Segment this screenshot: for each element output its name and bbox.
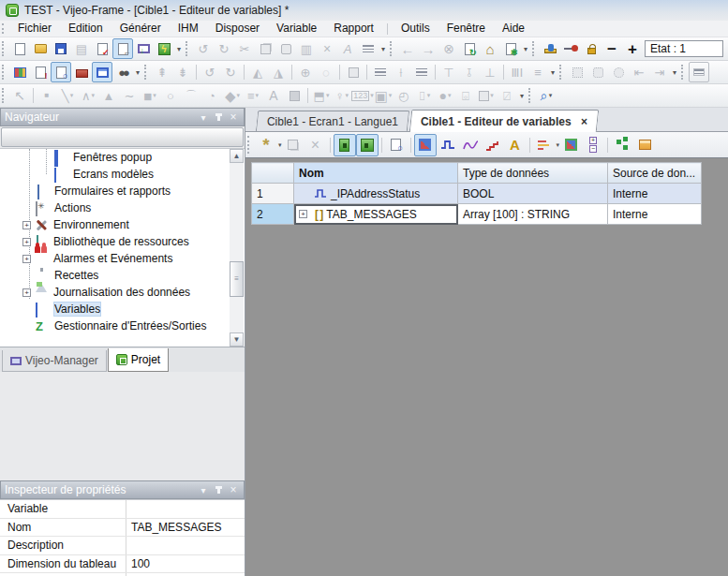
etat-field[interactable]: Etat : 1 <box>645 40 723 57</box>
toolbar3-grip[interactable] <box>2 88 7 104</box>
column-header-nom[interactable]: Nom <box>294 163 458 184</box>
tree-item-alarmes[interactable]: + Alarmes et Evénements <box>0 250 245 267</box>
tree-item-fenetres-popup[interactable]: Fenêtres popup <box>0 149 245 166</box>
tree-item-gestionnaire-io[interactable]: Z Gestionnaire d'Entrées/Sorties <box>0 318 245 334</box>
scroll-up-button[interactable]: ▲ <box>230 149 244 163</box>
navigator-menu-button[interactable]: ▾ <box>197 111 210 124</box>
tree-item-environnement[interactable]: + Environnement <box>0 216 245 233</box>
anim-3-button[interactable] <box>608 62 629 82</box>
lines-button[interactable]: ≡▾ <box>243 85 263 106</box>
menu-outils[interactable]: Outils <box>393 21 438 37</box>
dial-tool-button[interactable]: ●▾ <box>435 85 455 106</box>
resize-button[interactable] <box>343 62 364 82</box>
lower-layer-button[interactable]: ⇟ <box>172 62 193 82</box>
filter-bool-button[interactable] <box>437 134 459 156</box>
polygon-button[interactable]: ▲ <box>98 85 119 106</box>
preview-button[interactable]: ○ <box>385 134 408 156</box>
tree-scrollbar[interactable]: ▲ ≡ ▼ <box>230 149 244 347</box>
group-button[interactable]: ⊕ <box>295 62 316 82</box>
zoom-out-button[interactable]: − <box>602 38 622 59</box>
toolbar1-overflow-3[interactable]: ▾ <box>521 45 530 53</box>
inspector-close-button[interactable]: × <box>227 483 240 496</box>
menu-disposer[interactable]: Disposer <box>207 21 268 37</box>
scroll-down-button[interactable]: ▼ <box>230 332 244 347</box>
arc-button[interactable]: ⌒ <box>181 85 201 106</box>
column-header-type[interactable]: Type de données <box>458 163 608 184</box>
anim-5-button[interactable]: ⇥ <box>649 62 670 82</box>
numeric-display-button[interactable]: 123▾ <box>352 85 373 106</box>
expand-icon[interactable]: + <box>22 238 31 246</box>
toolbar1-overflow-2[interactable]: ▾ <box>379 45 388 53</box>
star-shape-button[interactable]: ◆▾ <box>222 85 243 106</box>
menu-aide[interactable]: Aide <box>494 21 533 37</box>
align-middle-button[interactable]: ⫱ <box>459 62 480 82</box>
ungroup-button[interactable]: ◌ <box>316 62 336 82</box>
tree-item-journalisation[interactable]: + Journalisation des données <box>0 284 245 301</box>
toolbar2-overflow[interactable]: ▾ <box>133 68 142 77</box>
toolbar1-grip[interactable] <box>2 41 7 57</box>
menu-fichier[interactable]: Fichier <box>9 21 60 37</box>
expand-collapse-button[interactable]: +− <box>582 134 604 156</box>
menu-ihm[interactable]: IHM <box>170 21 207 37</box>
brick-button[interactable] <box>71 62 92 82</box>
new-screen-button[interactable]: ✱ <box>500 38 521 59</box>
add-block-button[interactable] <box>559 134 582 156</box>
find-button[interactable]: ●● <box>112 62 133 82</box>
touch-tool-button[interactable] <box>540 38 560 59</box>
toolbar2-grip[interactable] <box>2 65 7 81</box>
filter-analog-button[interactable] <box>459 134 482 156</box>
forward-button[interactable]: → <box>418 38 438 59</box>
variable-source-cell[interactable]: Interne <box>608 204 702 225</box>
duplicate-variable-button[interactable] <box>282 134 305 156</box>
cut-button[interactable]: ✂ <box>234 38 255 59</box>
print-preview-button[interactable]: ○ <box>51 62 71 82</box>
toolbar1-overflow[interactable]: ▾ <box>174 45 184 53</box>
back-button[interactable]: ← <box>397 38 418 59</box>
toolbar1-grip-4[interactable] <box>532 41 537 57</box>
rotate-right-button[interactable]: ↻ <box>220 62 241 82</box>
print-button[interactable]: ▤ <box>71 38 92 59</box>
menu-rapport[interactable]: Rapport <box>325 21 382 37</box>
menu-fenetre[interactable]: Fenêtre <box>438 21 494 37</box>
text-button[interactable]: A <box>263 85 284 106</box>
grid-button[interactable] <box>358 38 379 59</box>
rectangle-button[interactable]: ■▾ <box>140 85 160 106</box>
screen-properties-button[interactable] <box>9 62 30 82</box>
camera-tool-button[interactable]: ⌻ <box>455 85 476 106</box>
column-header-source[interactable]: Source de don... <box>608 163 702 184</box>
inspector-pin-button[interactable] <box>212 483 225 496</box>
inspector-menu-button[interactable]: ▾ <box>197 483 210 496</box>
report-button[interactable]: ! <box>30 62 51 82</box>
anim-1-button[interactable] <box>567 62 587 82</box>
align-left-button[interactable] <box>370 62 391 82</box>
align-bottom-button[interactable]: ⊥ <box>480 62 500 82</box>
toolbar1-grip-2[interactable] <box>186 41 190 57</box>
image-button[interactable] <box>284 85 305 106</box>
toolbar2-overflow-2[interactable]: ▾ <box>548 68 557 77</box>
home-button[interactable]: ⌂ <box>480 38 500 59</box>
paste-special-button[interactable]: ▥ <box>296 38 317 59</box>
redo-button[interactable]: ↻ <box>214 38 234 59</box>
grid-view-button[interactable] <box>414 134 437 156</box>
save-button[interactable] <box>51 38 71 59</box>
tree-view-button[interactable] <box>611 134 633 156</box>
tree-item-ecrans-modeles[interactable]: Ecrans modèles <box>0 166 245 183</box>
pie-button[interactable]: ◔ <box>201 85 222 106</box>
dot-button[interactable]: ■ <box>37 85 57 106</box>
validate-button[interactable]: ✓ <box>92 38 112 59</box>
expand-icon[interactable]: + <box>299 210 307 218</box>
close-tab-icon[interactable]: × <box>581 115 587 128</box>
toolbar1-grip-3[interactable] <box>390 41 394 57</box>
expand-icon[interactable]: + <box>22 221 31 229</box>
etoolbar-grip[interactable] <box>247 136 252 154</box>
stop-button[interactable]: ⊗ <box>438 38 459 59</box>
new-document-button[interactable] <box>9 38 30 59</box>
bargraph-tool-button[interactable]: ⌷▾ <box>414 85 435 106</box>
tab-projet[interactable]: Projet <box>108 348 169 372</box>
sort-button[interactable] <box>533 134 556 156</box>
format-button[interactable]: A <box>337 38 358 59</box>
variable-name-cell[interactable]: + [ ] TAB_MESSAGES <box>294 204 458 225</box>
open-project-button[interactable] <box>30 38 51 59</box>
tree-item-formulaires[interactable]: Formulaires et rapports <box>0 183 245 199</box>
row-number-cell[interactable]: 1 <box>252 184 294 204</box>
